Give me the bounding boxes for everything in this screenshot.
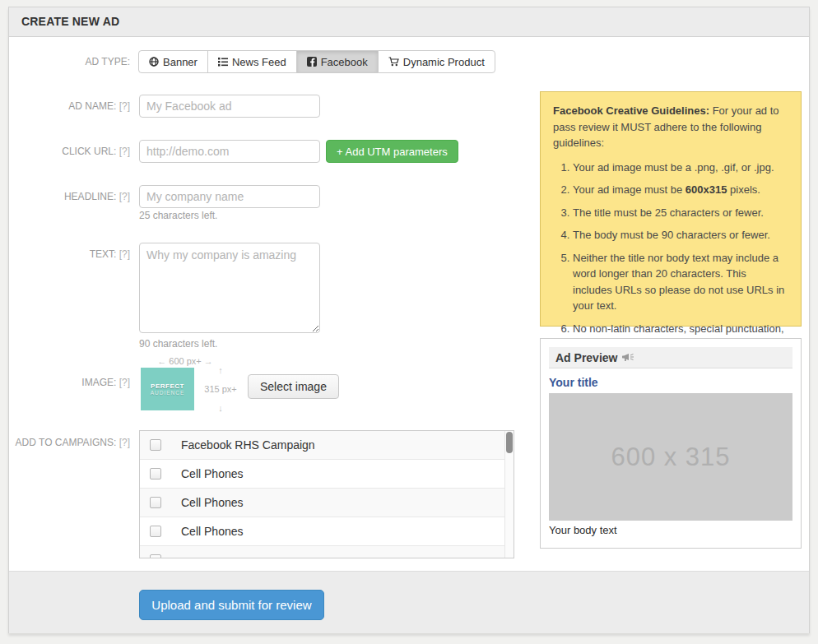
headline-label: HEADLINE: [?] [9,191,130,202]
panel-header: CREATE NEW AD [9,7,809,37]
text-help-link[interactable]: [?] [119,248,130,260]
campaign-row[interactable]: Cell Phones [140,489,514,517]
click-url-help-link[interactable]: [?] [119,146,130,157]
tab-news-feed[interactable]: Facebook News Feed [207,50,297,73]
ad-type-label: AD TYPE: [9,56,130,67]
click-url-input[interactable] [139,140,320,163]
facebook-icon [307,57,317,67]
guideline-item: Your ad image must be a .png, .gif, or .… [573,160,788,176]
form-footer: Upload and submit for review [9,571,809,633]
upload-submit-button[interactable]: Upload and submit for review [139,590,324,620]
arrow-down-icon: ↓ [218,404,223,412]
campaign-row[interactable] [140,546,514,558]
campaigns-scrollbar-thumb[interactable] [506,432,513,453]
guideline-item: Your ad image must be 600x315 pixels. [573,182,788,198]
campaigns-help-link[interactable]: [?] [119,437,130,448]
headline-counter: 25 characters left. [139,210,217,221]
tab-facebook[interactable]: Facebook [296,50,379,73]
page-title: CREATE NEW AD [21,15,119,28]
campaigns-list: Facebook RHS Campaign Cell Phones Cell P… [139,430,514,558]
headline-help-link[interactable]: [?] [119,191,130,202]
cart-icon [388,57,399,67]
image-width-hint: ← 600 px+ → [139,356,231,366]
image-help-link[interactable]: [?] [119,377,130,388]
tab-banner[interactable]: Banner [138,50,208,73]
ad-type-tabgroup: Banner Facebook News Feed Facebook Dynam… [138,50,495,73]
preview-image-placeholder: 600 x 315 [549,393,792,521]
body-text-textarea[interactable] [139,243,320,333]
ad-preview-panel: Ad Preview Your title 600 x 315 Your bod… [540,338,802,549]
ad-preview-header: Ad Preview [549,347,792,368]
list-icon [218,57,228,67]
perfect-audience-logo: PERFECT [151,382,184,390]
campaign-row[interactable]: Cell Phones [140,517,514,546]
image-height-hint: ↑ 315 px+ ↓ [197,366,244,412]
create-new-ad-panel: CREATE NEW AD AD TYPE: Banner Facebook N… [8,7,810,633]
tab-dynamic-product[interactable]: Dynamic Product [378,50,495,73]
campaigns-scrollbar[interactable] [504,431,514,558]
globe-icon [149,57,159,67]
campaign-checkbox[interactable] [150,468,161,480]
campaign-row[interactable]: Cell Phones [140,460,514,489]
campaign-checkbox[interactable] [150,526,161,537]
preview-body-text: Your body text [549,524,792,536]
campaign-checkbox[interactable] [150,554,161,558]
ad-form: AD TYPE: Banner Facebook News Feed Faceb… [9,37,809,571]
campaign-row[interactable]: Facebook RHS Campaign [140,431,514,460]
arrow-left-icon: ← [157,356,166,366]
text-label: TEXT: [?] [9,248,130,260]
megaphone-icon [622,352,634,363]
campaign-checkbox[interactable] [150,439,161,451]
arrow-up-icon: ↑ [218,366,223,374]
guideline-item: The title must be 25 characters or fewer… [573,205,788,221]
ad-name-help-link[interactable]: [?] [119,100,130,112]
ad-name-label: AD NAME: [?] [9,100,130,112]
select-image-button[interactable]: Select image [248,374,339,399]
campaign-checkbox[interactable] [150,497,161,508]
add-utm-parameters-button[interactable]: + Add UTM parameters [326,140,458,163]
preview-ad-title[interactable]: Your title [549,376,792,389]
click-url-label: CLICK URL: [?] [9,146,130,157]
arrow-right-icon: → [204,356,213,366]
guideline-item: The body must be 90 characters or fewer. [573,227,788,243]
image-thumbnail-placeholder: PERFECT AUDIENCE [141,368,194,410]
text-counter: 90 characters left. [139,338,217,350]
headline-input[interactable] [139,185,320,208]
guideline-item: Neither the title nor body text may incl… [573,250,788,314]
facebook-guidelines-box: Facebook Creative Guidelines: For your a… [540,91,802,327]
guidelines-list: Your ad image must be a .png, .gif, or .… [553,160,788,353]
image-label: IMAGE: [?] [9,377,130,388]
ad-name-input[interactable] [139,95,320,118]
campaigns-label: ADD TO CAMPAIGNS: [?] [9,437,130,448]
guidelines-title: Facebook Creative Guidelines: [553,104,709,117]
